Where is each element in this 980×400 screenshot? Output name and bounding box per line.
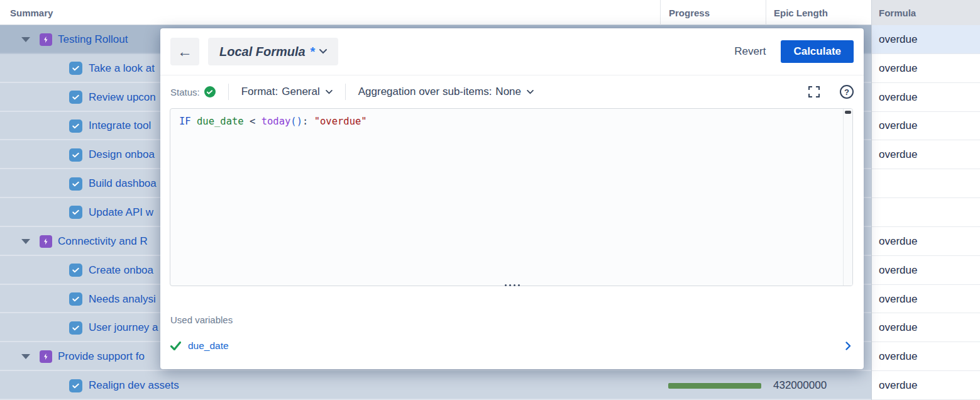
revert-button[interactable]: Revert bbox=[734, 45, 766, 58]
format-value: General bbox=[282, 86, 319, 98]
resize-handle[interactable] bbox=[505, 284, 520, 286]
summary-label[interactable]: Take a look at bbox=[89, 62, 155, 75]
summary-label[interactable]: Build dashboa bbox=[89, 177, 157, 190]
editor-scrollbar-thumb[interactable] bbox=[845, 111, 851, 114]
formula-value: overdue bbox=[879, 379, 917, 392]
checkbox-icon[interactable] bbox=[69, 321, 82, 335]
summary-label[interactable]: Provide support fo bbox=[58, 350, 145, 363]
formula-value: overdue bbox=[879, 264, 917, 277]
variable-expand-chevron-icon[interactable] bbox=[845, 342, 851, 350]
code-token-variable: due_date bbox=[197, 116, 244, 127]
column-header-formula[interactable]: Formula bbox=[871, 0, 980, 25]
formula-cell[interactable] bbox=[871, 198, 980, 227]
help-icon[interactable]: ? bbox=[840, 85, 854, 99]
formula-code-editor[interactable]: IF due_date < today(): "overdue" bbox=[170, 108, 853, 286]
summary-label[interactable]: Realign dev assets bbox=[89, 379, 179, 392]
code-token-function: today bbox=[262, 116, 291, 127]
summary-label[interactable]: Needs analysi bbox=[89, 293, 156, 306]
summary-label[interactable]: User journey a bbox=[89, 321, 158, 334]
progress-bar-track bbox=[668, 383, 761, 389]
calculate-button[interactable]: Calculate bbox=[781, 40, 854, 63]
formula-code-line: IF due_date < today(): "overdue" bbox=[170, 109, 852, 134]
modified-marker: * bbox=[310, 45, 315, 59]
back-arrow-icon: ← bbox=[177, 43, 192, 60]
formula-cell[interactable]: overdue bbox=[871, 227, 980, 256]
chevron-down-icon bbox=[319, 49, 327, 54]
formula-value: overdue bbox=[879, 91, 917, 104]
variable-row[interactable]: due_date bbox=[170, 336, 851, 355]
summary-label[interactable]: Connectivity and R bbox=[58, 235, 148, 248]
aggregation-dropdown[interactable]: Aggregation over sub-items: None bbox=[358, 86, 534, 98]
checkbox-icon[interactable] bbox=[69, 264, 82, 277]
code-token-paren: () bbox=[290, 116, 302, 127]
formula-name: Local Formula bbox=[219, 45, 306, 59]
checkbox-icon[interactable] bbox=[69, 119, 82, 133]
status-ok-icon bbox=[204, 86, 216, 97]
formula-cell[interactable]: overdue bbox=[871, 256, 980, 285]
checkbox-icon[interactable] bbox=[69, 62, 82, 75]
table-header: Summary Progress Epic Length Formula bbox=[0, 0, 980, 25]
formula-cell[interactable]: overdue bbox=[871, 371, 980, 400]
formula-cell[interactable] bbox=[871, 169, 980, 198]
status-label: Status: bbox=[170, 87, 200, 97]
expander-icon[interactable] bbox=[21, 239, 30, 244]
back-button[interactable]: ← bbox=[170, 38, 199, 65]
dialog-header: ← Local Formula * Revert Calculate bbox=[160, 28, 864, 75]
formula-value: overdue bbox=[879, 235, 917, 248]
formula-editor-dialog: ← Local Formula * Revert Calculate Statu… bbox=[160, 28, 864, 369]
progress-cell bbox=[660, 371, 766, 400]
formula-cell[interactable]: overdue bbox=[871, 140, 980, 169]
formula-cell[interactable]: overdue bbox=[871, 112, 980, 141]
formula-cell[interactable]: overdue bbox=[871, 83, 980, 112]
code-token-operator bbox=[191, 116, 197, 127]
checkbox-icon[interactable] bbox=[69, 148, 82, 162]
summary-label[interactable]: Design onboa bbox=[89, 148, 155, 161]
progress-bar bbox=[668, 383, 761, 389]
aggregation-label: Aggregation over sub-items: bbox=[358, 86, 492, 98]
code-token-keyword: IF bbox=[179, 116, 191, 127]
expander-icon[interactable] bbox=[21, 354, 30, 359]
formula-cell[interactable]: overdue bbox=[871, 313, 980, 342]
fullscreen-icon[interactable] bbox=[807, 85, 821, 99]
format-label: Format: bbox=[241, 86, 278, 98]
editor-scrollbar[interactable] bbox=[843, 109, 852, 286]
formula-value: overdue bbox=[879, 62, 917, 75]
dialog-toolbar: Status: Format: General Aggregation over… bbox=[160, 75, 864, 108]
formula-cell[interactable]: overdue bbox=[871, 25, 980, 54]
summary-label[interactable]: Integrate tool bbox=[89, 119, 151, 132]
epic-icon bbox=[40, 235, 52, 248]
code-token-operator: < bbox=[244, 116, 262, 127]
column-header-progress[interactable]: Progress bbox=[660, 0, 766, 25]
formula-value: overdue bbox=[879, 321, 917, 334]
code-token-string: "overdue" bbox=[314, 116, 367, 127]
formula-name-dropdown[interactable]: Local Formula * bbox=[208, 38, 338, 65]
summary-label[interactable]: Testing Rollout bbox=[58, 33, 128, 46]
checkbox-icon[interactable] bbox=[69, 91, 82, 104]
formula-value: overdue bbox=[879, 33, 917, 46]
checkbox-icon[interactable] bbox=[69, 292, 82, 306]
chevron-down-icon bbox=[326, 90, 333, 94]
formula-value: overdue bbox=[879, 119, 917, 132]
checkbox-icon[interactable] bbox=[69, 206, 82, 219]
column-header-epic-length[interactable]: Epic Length bbox=[766, 0, 871, 25]
formula-cell[interactable]: overdue bbox=[871, 54, 980, 83]
formula-value: overdue bbox=[879, 293, 917, 306]
format-dropdown[interactable]: Format: General bbox=[241, 86, 333, 98]
expander-icon[interactable] bbox=[21, 37, 30, 42]
formula-cell[interactable]: overdue bbox=[871, 285, 980, 314]
epic-length-value: 432000000 bbox=[773, 379, 827, 392]
checkbox-icon[interactable] bbox=[69, 379, 82, 392]
formula-value: overdue bbox=[879, 350, 917, 363]
table-row[interactable]: Realign dev assets 432000000 overdue bbox=[0, 371, 980, 400]
summary-label[interactable]: Update API w bbox=[89, 206, 153, 219]
summary-label[interactable]: Review upcon bbox=[89, 91, 156, 104]
column-header-summary[interactable]: Summary bbox=[0, 0, 660, 25]
summary-label[interactable]: Create onboa bbox=[89, 264, 153, 277]
checkbox-icon[interactable] bbox=[69, 177, 82, 191]
toolbar-divider bbox=[345, 84, 346, 100]
variable-name-link[interactable]: due_date bbox=[188, 340, 229, 352]
epic-icon bbox=[40, 350, 52, 363]
aggregation-value: None bbox=[495, 86, 521, 98]
formula-cell[interactable]: overdue bbox=[871, 342, 980, 371]
used-variables-label: Used variables bbox=[170, 314, 233, 325]
